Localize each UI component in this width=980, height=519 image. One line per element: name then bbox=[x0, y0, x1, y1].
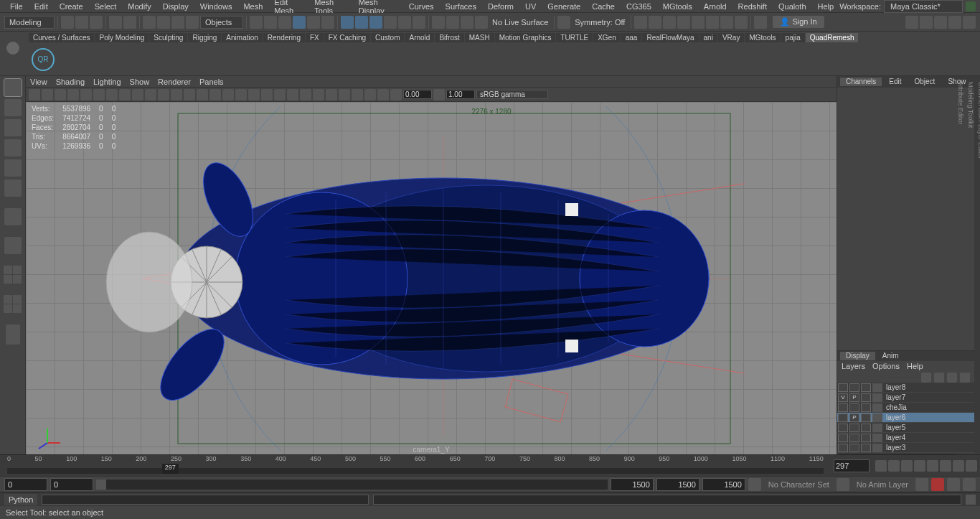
render-setup-icon[interactable] bbox=[677, 16, 690, 29]
bookmark-icon[interactable] bbox=[55, 89, 66, 100]
layer-color-swatch[interactable] bbox=[872, 393, 882, 402]
new-scene-icon[interactable] bbox=[61, 16, 74, 29]
shelf-tab-ani[interactable]: ani bbox=[699, 33, 717, 42]
menu-mgtools[interactable]: MGtools bbox=[657, 2, 698, 11]
menu-arnold[interactable]: Arnold bbox=[698, 2, 732, 11]
layer-playback-toggle[interactable] bbox=[849, 424, 859, 432]
exposure-input[interactable] bbox=[403, 90, 432, 99]
xray-icon[interactable] bbox=[339, 89, 350, 100]
play-back-icon[interactable] bbox=[914, 460, 925, 472]
safe-title-icon[interactable] bbox=[184, 89, 195, 100]
last-tool-icon[interactable] bbox=[4, 208, 22, 225]
quadremesh-icon[interactable]: QR bbox=[32, 48, 55, 71]
menu-cache[interactable]: Cache bbox=[586, 2, 621, 11]
exposure-down-icon[interactable] bbox=[390, 89, 402, 100]
symmetry-icon[interactable] bbox=[557, 16, 570, 29]
paint-select-tool-icon[interactable] bbox=[4, 119, 22, 136]
shelf-tab-rigging[interactable]: Rigging bbox=[188, 33, 221, 42]
panel-menu-shading[interactable]: Shading bbox=[56, 78, 85, 86]
select-object-icon[interactable] bbox=[186, 16, 199, 29]
shelf-right-icon-2[interactable] bbox=[961, 50, 970, 58]
menu-edit[interactable]: Edit bbox=[29, 2, 54, 11]
snap-live-icon[interactable] bbox=[307, 16, 320, 29]
current-frame-input[interactable] bbox=[834, 459, 870, 472]
wireframe-icon[interactable] bbox=[197, 89, 208, 100]
layer-display-type[interactable] bbox=[861, 444, 871, 452]
layer-visibility-toggle[interactable] bbox=[838, 413, 848, 422]
layer-playback-toggle[interactable]: P bbox=[849, 413, 859, 422]
scale-tool-icon[interactable] bbox=[4, 179, 22, 197]
snap-grid-icon[interactable] bbox=[250, 16, 263, 29]
layer-visibility-toggle[interactable] bbox=[838, 424, 848, 432]
layer-row[interactable]: layer3 bbox=[837, 443, 974, 453]
shelf-tab-fxcache[interactable]: FX Caching bbox=[324, 33, 370, 42]
selection-dropdown[interactable]: Objects bbox=[200, 16, 243, 29]
menu-cg365[interactable]: CG365 bbox=[621, 2, 657, 11]
layer-menu-layers[interactable]: Layers bbox=[842, 362, 865, 370]
range-end3-input[interactable] bbox=[702, 478, 745, 491]
vtab-channel-box[interactable]: Channel Box / Layer Editor bbox=[976, 76, 980, 454]
textured-icon[interactable] bbox=[261, 89, 273, 100]
shelf-tab-pajia[interactable]: pajia bbox=[781, 33, 805, 42]
field-chart-icon[interactable] bbox=[158, 89, 169, 100]
interactive2-icon[interactable] bbox=[355, 16, 368, 29]
image-plane-icon[interactable] bbox=[67, 89, 79, 100]
menu-file[interactable]: File bbox=[4, 2, 29, 11]
menu-create[interactable]: Create bbox=[54, 2, 89, 11]
layer-row[interactable]: VPlayer7 bbox=[837, 393, 974, 403]
menu-surfaces[interactable]: Surfaces bbox=[440, 2, 482, 11]
single-view-icon[interactable] bbox=[4, 237, 22, 254]
vtab-modeling-toolkit[interactable]: Modeling Toolkit bbox=[966, 76, 976, 454]
panel-menu-lighting[interactable]: Lighting bbox=[93, 78, 121, 86]
safe-action-icon[interactable] bbox=[171, 89, 182, 100]
autokey-icon[interactable] bbox=[931, 478, 944, 491]
shelf-tab-aaa[interactable]: aaa bbox=[621, 33, 642, 42]
playblast-icon[interactable] bbox=[706, 16, 719, 29]
snap-toggle-icon[interactable] bbox=[321, 16, 334, 29]
colorspace-dropdown[interactable]: sRGB gamma bbox=[476, 90, 548, 99]
modeling-toolkit-icon[interactable] bbox=[905, 16, 918, 29]
smooth-shade-icon[interactable] bbox=[209, 89, 221, 100]
history2-icon[interactable] bbox=[398, 16, 411, 29]
render-settings-icon[interactable] bbox=[461, 16, 473, 29]
panel-menu-view[interactable]: View bbox=[30, 78, 47, 86]
menu-select[interactable]: Select bbox=[89, 2, 123, 11]
tab-channels[interactable]: Channels bbox=[840, 78, 882, 86]
select-camera-icon[interactable] bbox=[29, 89, 40, 100]
step-forward-key-icon[interactable] bbox=[953, 460, 964, 472]
layer-display-type[interactable] bbox=[861, 434, 871, 442]
tab-object[interactable]: Object bbox=[909, 78, 941, 86]
select-tool-icon[interactable] bbox=[4, 79, 22, 96]
set-key-icon[interactable] bbox=[915, 478, 928, 491]
layer-visibility-toggle[interactable] bbox=[838, 383, 848, 392]
gamma-input[interactable] bbox=[446, 90, 475, 99]
layer-display-type[interactable] bbox=[861, 424, 871, 432]
lock-camera-icon[interactable] bbox=[42, 89, 53, 100]
open-scene-icon[interactable] bbox=[75, 16, 88, 29]
time-slider[interactable]: 0501001502002503003504004505005506006507… bbox=[0, 455, 831, 477]
step-back-icon[interactable] bbox=[901, 460, 913, 472]
select-edge-icon[interactable] bbox=[157, 16, 170, 29]
menu-mesh[interactable]: Mesh bbox=[237, 2, 268, 11]
layer-playback-toggle[interactable] bbox=[849, 403, 859, 412]
menu-qualoth[interactable]: Qualoth bbox=[773, 2, 812, 11]
go-end-icon[interactable] bbox=[966, 460, 977, 472]
layer-playback-toggle[interactable] bbox=[849, 444, 859, 452]
subtab-display[interactable]: Display bbox=[840, 352, 875, 360]
outliner-icon[interactable] bbox=[6, 324, 20, 345]
layer-row[interactable]: layer5 bbox=[837, 423, 974, 433]
layer-move-down-icon[interactable] bbox=[934, 373, 944, 383]
anim-layer-icon[interactable] bbox=[837, 478, 849, 491]
signin-button[interactable]: 👤 Sign In bbox=[773, 16, 824, 28]
view-layout2-icon[interactable] bbox=[4, 295, 22, 313]
shelf-tab-realflow[interactable]: RealFlowMaya bbox=[642, 33, 698, 42]
panel-menu-renderer[interactable]: Renderer bbox=[158, 78, 191, 86]
menu-display[interactable]: Display bbox=[157, 2, 194, 11]
gate-mask-icon[interactable] bbox=[145, 89, 156, 100]
shelf-tab-mgtools[interactable]: MGtools bbox=[745, 33, 780, 42]
color-mgmt-icon[interactable] bbox=[692, 16, 705, 29]
film-gate-icon[interactable] bbox=[119, 89, 131, 100]
render-seq-icon[interactable] bbox=[720, 16, 733, 29]
color-mgmt-view-icon[interactable] bbox=[377, 89, 389, 100]
layer-color-swatch[interactable] bbox=[872, 424, 882, 432]
